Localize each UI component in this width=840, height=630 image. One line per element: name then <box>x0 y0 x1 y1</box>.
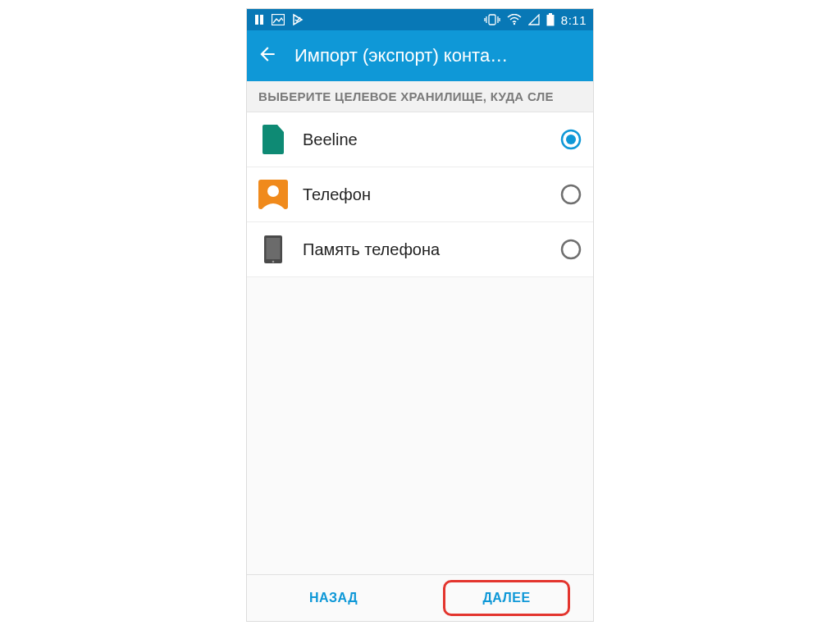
svg-rect-0 <box>255 15 258 25</box>
next-button[interactable]: ДАЛЕЕ <box>420 575 593 621</box>
radio-unselected-icon[interactable] <box>560 184 582 205</box>
pause-icon <box>253 14 265 25</box>
image-icon <box>272 14 285 25</box>
svg-point-15 <box>562 185 580 203</box>
check-arrow-icon <box>291 13 304 26</box>
sim-icon <box>258 125 288 154</box>
svg-rect-1 <box>260 15 263 25</box>
storage-option-label: Телефон <box>303 185 546 204</box>
empty-area <box>247 277 593 574</box>
vibrate-icon <box>484 14 500 25</box>
phone-frame: 8:11 Импорт (экспорт) конта… ВЫБЕРИТЕ ЦЕ… <box>246 8 594 622</box>
app-bar: Импорт (экспорт) конта… <box>247 30 593 81</box>
contact-icon <box>258 180 288 209</box>
signal-icon <box>528 14 540 25</box>
page-title: Импорт (экспорт) конта… <box>294 45 508 66</box>
storage-option-device-memory[interactable]: Память телефона <box>247 222 593 277</box>
svg-rect-10 <box>546 15 554 26</box>
device-icon <box>258 235 288 264</box>
back-button-label: НАЗАД <box>309 591 358 605</box>
wifi-icon <box>507 14 522 25</box>
svg-point-18 <box>272 261 275 263</box>
battery-icon <box>546 13 555 26</box>
svg-rect-17 <box>267 238 281 259</box>
status-bar: 8:11 <box>247 9 593 30</box>
storage-option-beeline[interactable]: Beeline <box>247 112 593 167</box>
back-arrow-icon[interactable] <box>257 43 278 68</box>
svg-rect-9 <box>549 13 552 15</box>
section-header: ВЫБЕРИТЕ ЦЕЛЕВОЕ ХРАНИЛИЩЕ, КУДА СЛЕ <box>247 81 593 112</box>
bottom-bar: НАЗАД ДАЛЕЕ <box>247 574 593 621</box>
next-button-label: ДАЛЕЕ <box>482 591 530 605</box>
svg-point-8 <box>514 23 515 25</box>
storage-option-label: Beeline <box>303 130 546 149</box>
svg-point-14 <box>267 185 279 197</box>
storage-option-phone[interactable]: Телефон <box>247 167 593 222</box>
svg-rect-3 <box>489 15 495 25</box>
svg-point-12 <box>566 135 576 144</box>
radio-unselected-icon[interactable] <box>560 239 582 260</box>
radio-selected-icon[interactable] <box>560 129 582 150</box>
storage-list: Beeline Телефон Память телефона <box>247 112 593 277</box>
status-clock: 8:11 <box>561 13 587 27</box>
storage-option-label: Память телефона <box>303 240 546 259</box>
svg-point-19 <box>562 240 580 258</box>
back-button[interactable]: НАЗАД <box>247 575 420 621</box>
